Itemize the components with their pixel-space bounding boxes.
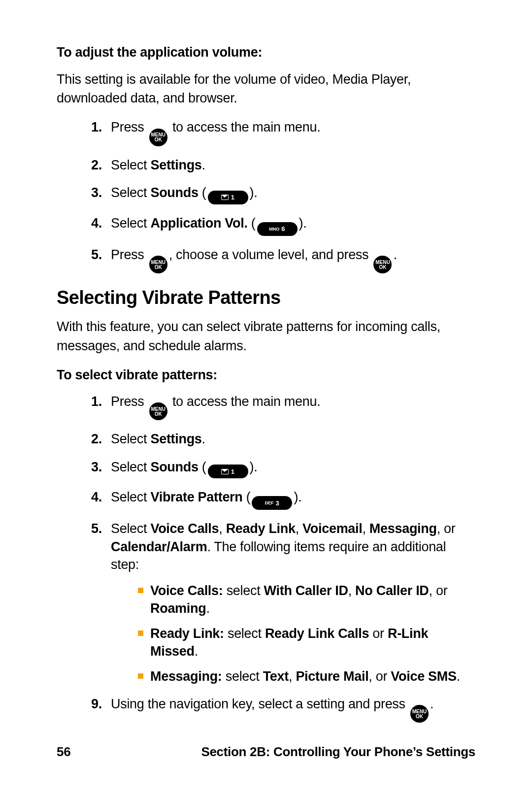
text: Press [111, 247, 148, 262]
section-title: Section 2B: Controlling Your Phone’s Set… [201, 744, 475, 760]
menu-ok-key-icon: MENUOK [373, 256, 392, 273]
sub-item: Messaging: select Text, Picture Mail, or… [138, 667, 475, 685]
sub-item: Voice Calls: select With Caller ID, No C… [138, 582, 475, 618]
text: . [393, 247, 397, 262]
text: Using the navigation key, select a setti… [111, 697, 409, 711]
text: ). [250, 460, 258, 474]
intro-app-volume: This setting is available for the volume… [57, 70, 475, 108]
text: to access the main menu. [169, 394, 321, 409]
text: Select [111, 432, 150, 446]
bold: Application Vol. [150, 216, 247, 231]
text: to access the main menu. [169, 120, 321, 134]
text: ). [299, 216, 307, 231]
text: . [202, 158, 205, 172]
step-item: Select Vibrate Pattern (DEF3). [91, 488, 475, 510]
page-number: 56 [57, 744, 70, 760]
text: Select [111, 185, 150, 200]
key-1-icon: 1 [208, 465, 248, 478]
sublist: Voice Calls: select With Caller ID, No C… [111, 582, 475, 685]
bold: Settings [150, 432, 201, 446]
menu-ok-key-icon: MENUOK [410, 705, 429, 723]
step-item: Press MENUOK to access the main menu. [91, 118, 475, 146]
text: Select [111, 490, 150, 504]
page-footer: 56 Section 2B: Controlling Your Phone’s … [57, 744, 475, 760]
text: ). [250, 185, 258, 200]
text: Select [111, 460, 150, 474]
text: Select [111, 521, 150, 536]
bold: Sounds [150, 460, 198, 474]
manual-page: To adjust the application volume: This s… [0, 0, 532, 798]
bold: Settings [150, 158, 201, 172]
text: . [202, 432, 205, 446]
bold: Vibrate Pattern [150, 490, 242, 504]
step-item: Select Application Vol. (MNO6). [91, 214, 475, 236]
text: ( [248, 216, 256, 231]
key-1-icon: 1 [208, 191, 248, 204]
step-item: Press MENUOK, choose a volume level, and… [91, 246, 475, 274]
text: Select [111, 158, 150, 172]
text: Press [111, 120, 148, 134]
text: ( [243, 490, 251, 504]
text: ( [199, 185, 206, 200]
key-3-icon: DEF3 [252, 496, 292, 510]
step-item: Select Settings. [91, 156, 475, 174]
intro-vibrate: With this feature, you can select vibrat… [57, 317, 475, 355]
steps-app-volume: Press MENUOK to access the main menu. Se… [57, 118, 475, 273]
steps-vibrate: Press MENUOK to access the main menu. Se… [57, 393, 475, 723]
step-item: Select Sounds (1). [91, 184, 475, 204]
text: ( [199, 460, 206, 474]
key-6-icon: MNO6 [257, 222, 298, 236]
subheading-app-volume: To adjust the application volume: [57, 43, 475, 62]
text: . [430, 697, 433, 711]
subheading-vibrate: To select vibrate patterns: [57, 366, 475, 385]
step-item: Select Voice Calls, Ready Link, Voicemai… [91, 520, 475, 685]
text: , choose a volume level, and press [169, 247, 372, 262]
step-item: Press MENUOK to access the main menu. [91, 393, 475, 421]
step-item: Using the navigation key, select a setti… [91, 695, 475, 723]
text: ). [294, 490, 301, 504]
text: Select [111, 216, 150, 231]
step-item: Select Settings. [91, 430, 475, 448]
step-item: Select Sounds (1). [91, 458, 475, 479]
menu-ok-key-icon: MENUOK [149, 402, 167, 420]
heading-vibrate-patterns: Selecting Vibrate Patterns [57, 287, 475, 308]
text: Press [111, 394, 148, 409]
bold: Sounds [150, 185, 198, 200]
menu-ok-key-icon: MENUOK [149, 129, 167, 146]
menu-ok-key-icon: MENUOK [149, 256, 167, 273]
sub-item: Ready Link: select Ready Link Calls or R… [138, 625, 475, 661]
